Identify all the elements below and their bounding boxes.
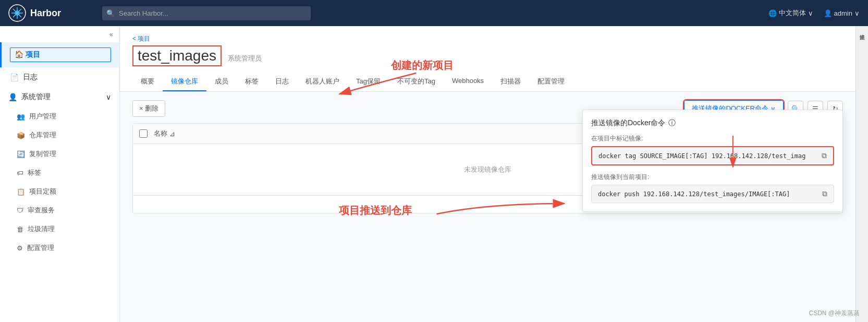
tab-members[interactable]: 成员 [206, 73, 237, 91]
projects-label: 项目 [26, 50, 40, 58]
system-mgmt-group[interactable]: 👤 系统管理 ∨ [0, 87, 119, 107]
search-input[interactable] [102, 6, 311, 20]
replication-label: 复制管理 [29, 149, 56, 159]
col-name: 名称 ⊿ [154, 129, 605, 138]
user-icon: 👤 [824, 9, 832, 17]
sidebar: « 🏠 项目 📄 日志 👤 系统管理 ∨ 👥 用户管理 📦 仓库管理 [0, 26, 120, 322]
info-icon: ⓘ [668, 118, 676, 128]
system-mgmt-icon: 👤 [8, 93, 17, 101]
filter-icon[interactable]: ⊿ [169, 130, 175, 138]
logo-area: Harbor [8, 4, 92, 22]
tab-config-mgmt[interactable]: 配置管理 [529, 73, 573, 91]
harbor-logo [8, 4, 26, 22]
user-label: admin [834, 9, 852, 17]
user-mgmt-icon: 👥 [17, 113, 25, 121]
tags-label: 标签 [28, 168, 41, 177]
search-bar: 🔍 [102, 6, 311, 20]
logs-icon: 📄 [10, 73, 19, 81]
tags-icon: 🏷 [17, 169, 23, 177]
tab-webhooks[interactable]: Webhooks [444, 73, 492, 91]
user-mgmt-label: 用户管理 [29, 112, 56, 121]
svg-point-1 [15, 10, 20, 16]
repo-mgmt-label: 仓库管理 [29, 130, 56, 140]
sidebar-item-audit[interactable]: 🛡 审查服务 [0, 201, 119, 220]
sidebar-item-garbage[interactable]: 🗑 垃圾清理 [0, 220, 119, 238]
language-label: 中文简体 [779, 8, 806, 18]
project-subtitle: 系统管理员 [228, 54, 262, 63]
replication-icon: 🔄 [17, 150, 25, 158]
project-title: test_images [132, 45, 222, 66]
audit-label: 审查服务 [28, 206, 55, 215]
tab-robot-accounts[interactable]: 机器人账户 [297, 73, 348, 91]
project-tabs: 概要 镜像仓库 成员 标签 日志 机器人账户 Tag保留 不可变的Tag Web… [132, 73, 843, 91]
breadcrumb[interactable]: < 项目 [132, 34, 843, 43]
docker-cmd2-box: docker push 192.168.142.128/test_images/… [591, 185, 834, 203]
sidebar-item-quota[interactable]: 📋 项目定额 [0, 182, 119, 201]
garbage-label: 垃圾清理 [28, 224, 55, 234]
sidebar-item-replication[interactable]: 🔄 复制管理 [0, 145, 119, 163]
right-mini-bar: 描述性文 [855, 26, 868, 322]
sidebar-item-projects[interactable]: 🏠 项目 [0, 42, 119, 67]
repo-mgmt-icon: 📦 [17, 132, 25, 139]
top-nav: Harbor 🔍 🌐 中文简体 ∨ 👤 admin ∨ [0, 0, 868, 26]
sidebar-collapse-button[interactable]: « [0, 26, 119, 42]
layout: « 🏠 项目 📄 日志 👤 系统管理 ∨ 👥 用户管理 📦 仓库管理 [0, 26, 868, 322]
tab-immutable-tags[interactable]: 不可变的Tag [389, 73, 444, 91]
config-label: 配置管理 [27, 243, 54, 253]
project-header: < 项目 test_images 系统管理员 概要 镜像仓库 成员 标签 日志 … [120, 26, 855, 92]
audit-icon: 🛡 [17, 207, 23, 214]
docker-section1-label: 在项目中标记镜像: [591, 134, 834, 143]
toolbar-left: × 删除 [132, 100, 165, 117]
main-content: < 项目 test_images 系统管理员 概要 镜像仓库 成员 标签 日志 … [120, 26, 855, 322]
config-icon: ⚙ [17, 244, 23, 252]
copy-cmd2-button[interactable]: ⧉ [822, 189, 827, 198]
quota-label: 项目定额 [29, 187, 56, 196]
search-icon: 🔍 [106, 9, 115, 17]
sidebar-item-tags[interactable]: 🏷 标签 [0, 163, 119, 182]
tab-scanners[interactable]: 扫描器 [492, 73, 529, 91]
quota-icon: 📋 [17, 188, 25, 196]
sidebar-item-logs[interactable]: 📄 日志 [0, 67, 119, 87]
sidebar-item-user-mgmt[interactable]: 👥 用户管理 [0, 107, 119, 126]
garbage-icon: 🗑 [17, 225, 23, 233]
tab-overview[interactable]: 概要 [132, 73, 163, 91]
select-all-checkbox[interactable] [139, 129, 148, 138]
tab-labels[interactable]: 标签 [237, 73, 267, 91]
projects-box: 🏠 项目 [10, 47, 111, 62]
docker-section2-label: 推送镜像到当前项目: [591, 173, 834, 182]
projects-icon: 🏠 [15, 50, 23, 58]
globe-icon: 🌐 [768, 9, 777, 17]
sidebar-item-repo-mgmt[interactable]: 📦 仓库管理 [0, 126, 119, 145]
tab-logs[interactable]: 日志 [267, 73, 297, 91]
system-mgmt-chevron: ∨ [106, 93, 111, 101]
user-chevron: ∨ [854, 9, 860, 17]
footer-credit: CSDN @神羕蒸蒸 [809, 309, 860, 318]
docker-cmd1-text: docker tag SOURCE_IMAGE[:TAG] 192.168.14… [598, 152, 805, 160]
docker-dropdown-title: 推送镜像的Docker命令 ⓘ [591, 118, 834, 128]
docker-cmd1-box: docker tag SOURCE_IMAGE[:TAG] 192.168.14… [591, 146, 834, 165]
collapse-icon: « [109, 30, 113, 38]
logo-text: Harbor [30, 8, 61, 19]
logs-label: 日志 [23, 73, 38, 82]
nav-right: 🌐 中文简体 ∨ 👤 admin ∨ [768, 8, 860, 18]
tab-repositories[interactable]: 镜像仓库 [163, 73, 206, 91]
tab-tag-retention[interactable]: Tag保留 [348, 73, 389, 91]
system-mgmt-label: 系统管理 [21, 92, 51, 102]
docker-cmd2-text: docker push 192.168.142.128/test_images/… [598, 190, 790, 198]
language-selector[interactable]: 🌐 中文简体 ∨ [768, 8, 813, 18]
docker-dropdown: 推送镜像的Docker命令 ⓘ 在项目中标记镜像: docker tag SOU… [582, 110, 843, 212]
project-title-text: test_images [138, 47, 216, 64]
sidebar-item-config[interactable]: ⚙ 配置管理 [0, 238, 119, 257]
delete-button[interactable]: × 删除 [132, 100, 165, 117]
copy-cmd1-button[interactable]: ⧉ [822, 151, 827, 160]
lang-chevron: ∨ [808, 9, 813, 17]
user-menu[interactable]: 👤 admin ∨ [824, 9, 860, 17]
